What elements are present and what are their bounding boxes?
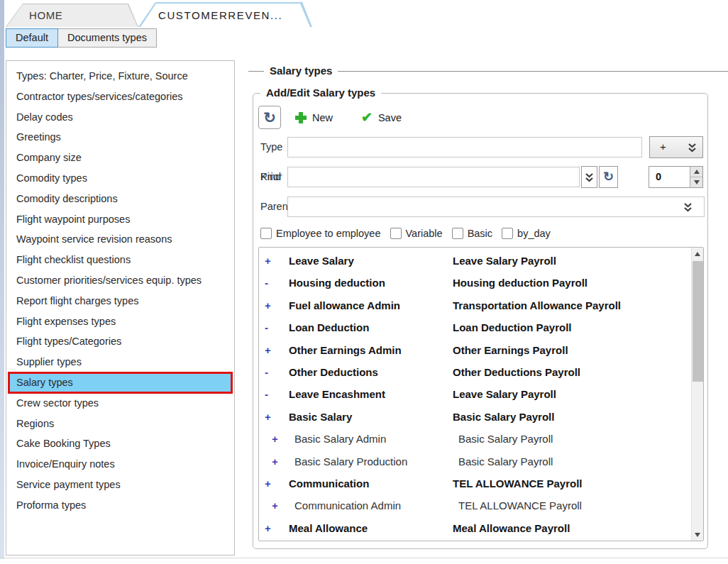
sidebar-item-greetings[interactable]: Greetings [10, 127, 231, 148]
spinner-down-button[interactable] [690, 177, 702, 187]
sidebar-item-customer-priorities-services-equip-types[interactable]: Customer priorities/services equip. type… [10, 270, 231, 291]
collapse-minus-icon[interactable]: - [265, 388, 268, 400]
scroll-up-button[interactable] [692, 248, 704, 260]
sidebar-item-comodity-descriptions[interactable]: Comodity descriptions [10, 189, 231, 209]
type-input[interactable] [287, 137, 642, 157]
new-button[interactable]: New [295, 112, 333, 123]
save-button[interactable]: ✔ Save [361, 112, 402, 123]
salary-payroll-name: Transportation Allowance Payroll [453, 299, 621, 311]
salary-row-basic-salary-production[interactable]: +Basic Salary ProductionBasic Salary Pay… [259, 452, 690, 474]
expand-plus-icon[interactable]: + [265, 522, 271, 534]
salary-types-group-title: Salary types [264, 65, 338, 77]
salary-payroll-name: TEL ALLOWANCE Payroll [458, 499, 582, 512]
sidebar-item-proforma-types[interactable]: Proforma types [10, 495, 231, 516]
salary-row-leave-encashment[interactable]: -Leave EncashmentLeave Salary Payroll [259, 385, 690, 407]
sidebar-item-types-charter-price-fixture-source[interactable]: Types: Charter, Price, Fixture, Source [10, 66, 231, 87]
sidebar-item-flight-waypoint-purposes[interactable]: Flight waypoint purposes [10, 209, 231, 230]
checkbox-label: Basic [468, 228, 492, 239]
sidebar-item-flight-checklist-questions[interactable]: Flight checklist questions [10, 250, 231, 270]
checkbox-box[interactable] [452, 228, 463, 239]
salary-row-communication[interactable]: +CommunicationTEL ALLOWANCE Payroll [259, 474, 690, 496]
salary-row-fuel-allowance-admin[interactable]: +Fuel allowance AdminTransportation Allo… [259, 296, 690, 318]
sidebar-item-service-payment-types[interactable]: Service payment types [10, 475, 231, 495]
kind-input[interactable] [287, 167, 580, 187]
salary-row-basic-salary-admin[interactable]: +Basic Salary AdminBasic Salary Payroll [259, 429, 690, 451]
save-button-label: Save [378, 112, 402, 123]
expand-plus-icon[interactable]: + [272, 455, 278, 468]
sidebar-item-regions[interactable]: Regions [10, 414, 231, 434]
checkbox-by-day[interactable]: by_day [502, 228, 551, 239]
salary-payroll-name: TEL ALLOWANCE Payroll [453, 477, 583, 490]
sidebar-item-contractor-types-services-categories[interactable]: Contractor types/services/categories [10, 87, 231, 107]
prior-spinner[interactable]: 0 [649, 166, 703, 188]
salary-row-other-earnings-admin[interactable]: +Other Earnings AdminOther Earnings Payr… [259, 341, 690, 363]
salary-type-name: Basic Salary [289, 411, 352, 423]
refresh-button[interactable]: ↻ [258, 106, 281, 129]
subtab-default[interactable]: Default [6, 28, 58, 48]
salary-type-name: Communication Admin [294, 499, 401, 512]
type-label: Type [260, 141, 282, 153]
tab-home[interactable]: HOME [6, 4, 138, 27]
scrollbar-thumb[interactable] [693, 261, 703, 382]
triangle-up-icon [694, 170, 700, 174]
tab-label: HOME [6, 4, 138, 28]
sidebar-item-company-size[interactable]: Company size [10, 148, 231, 168]
prior-value: 0 [656, 171, 661, 182]
sidebar-item-invoice-enquiry-notes[interactable]: Invoice/Enquiry notes [10, 454, 231, 475]
type-row: Type + [253, 137, 709, 158]
collapse-minus-icon[interactable]: - [265, 277, 268, 289]
type-combo-dropdown[interactable]: + [649, 136, 703, 158]
sidebar-item-salary-types[interactable]: Salary types [10, 374, 231, 392]
salary-row-basic-salary[interactable]: +Basic SalaryBasic Salary Payroll [259, 407, 690, 429]
tab-customerreven[interactable]: CUSTOMERREVEN... [138, 2, 312, 27]
checkbox-basic[interactable]: Basic [452, 228, 492, 239]
sidebar-item-flight-expenses-types[interactable]: Flight expenses types [10, 311, 231, 332]
salary-row-meal-allowance[interactable]: +Meal AllowanceMeal Allowance Payroll [259, 519, 690, 541]
expand-plus-icon[interactable]: + [272, 499, 278, 512]
salary-type-name: Meal Allowance [289, 522, 368, 534]
salary-row-leave-salary[interactable]: +Leave SalaryLeave Salary Payroll [259, 251, 690, 273]
subtab-documents-types[interactable]: Documents types [57, 28, 157, 48]
type-combo-value: + [660, 140, 666, 153]
sidebar-item-report-flight-charges-types[interactable]: Report flight charges types [10, 291, 231, 311]
expand-plus-icon[interactable]: + [272, 433, 278, 445]
sidebar-item-comodity-types[interactable]: Comodity types [10, 168, 231, 189]
expand-plus-icon[interactable]: + [265, 411, 271, 423]
expand-plus-icon[interactable]: + [265, 299, 271, 311]
expand-plus-icon[interactable]: + [265, 255, 271, 267]
salary-payroll-name: Basic Salary Payroll [458, 455, 553, 468]
kind-dropdown-button[interactable] [581, 166, 597, 188]
checkbox-label: Variable [406, 228, 443, 239]
collapse-minus-icon[interactable]: - [265, 366, 268, 378]
checkbox-box[interactable] [260, 228, 272, 239]
salary-row-communication-admin[interactable]: +Communication AdminTEL ALLOWANCE Payrol… [259, 496, 690, 518]
expand-plus-icon[interactable]: + [265, 477, 271, 490]
checkbox-box[interactable] [502, 228, 513, 239]
checkbox-box[interactable] [390, 228, 402, 239]
checkbox-employee-to-employee[interactable]: Employee to employee [260, 228, 381, 239]
sidebar-item-delay-codes[interactable]: Delay codes [10, 107, 231, 128]
sidebar-item-waypoint-service-revision-reasons[interactable]: Waypoint service revision reasons [10, 229, 231, 250]
salary-type-name: Other Deductions [289, 366, 378, 378]
salary-type-name: Loan Deduction [289, 321, 369, 333]
parent-label: Parent [260, 201, 291, 212]
expand-plus-icon[interactable]: + [265, 344, 271, 356]
parent-dropdown-button[interactable] [683, 202, 693, 216]
add-edit-salary-types-group: Add/Edit Salary types ↻ New ✔ Save Type … [253, 93, 708, 549]
checkbox-variable[interactable]: Variable [390, 228, 443, 239]
kind-refresh-button[interactable]: ↻ [599, 166, 618, 188]
vertical-scrollbar[interactable] [691, 248, 703, 541]
tab-bar: HOMECUSTOMERREVEN... [6, 2, 312, 27]
sidebar-item-supplier-types[interactable]: Supplier types [10, 352, 231, 372]
salary-row-loan-deduction[interactable]: -Loan DeductionLoan Deduction Payroll [259, 318, 690, 340]
salary-row-other-deductions[interactable]: -Other DeductionsOther Deductions Payrol… [259, 363, 690, 385]
sidebar-item-flight-types-categories[interactable]: Flight types/Categories [10, 331, 231, 352]
spinner-up-button[interactable] [690, 167, 702, 177]
parent-input[interactable] [287, 197, 705, 217]
sidebar-item-crew-sector-types[interactable]: Crew sector types [10, 393, 231, 414]
salary-type-name: Basic Salary Admin [294, 433, 386, 445]
scroll-down-button[interactable] [692, 529, 704, 541]
collapse-minus-icon[interactable]: - [265, 321, 268, 333]
sidebar-item-cake-booking-types[interactable]: Cake Booking Types [10, 433, 231, 454]
salary-row-housing-deduction[interactable]: -Housing deductionHousing deduction Payr… [259, 273, 690, 295]
